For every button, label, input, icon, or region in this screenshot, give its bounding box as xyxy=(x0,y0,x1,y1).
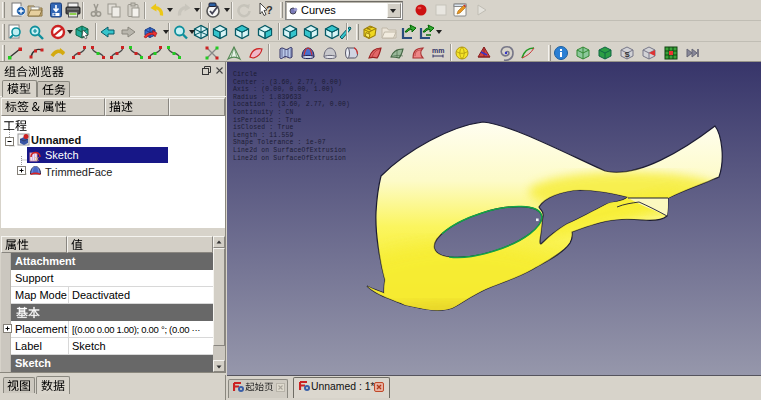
svg-text:mm: mm xyxy=(432,47,444,54)
svg-text:?: ? xyxy=(266,4,273,16)
svg-text:S: S xyxy=(625,50,631,59)
svg-text:X: X xyxy=(35,156,39,162)
